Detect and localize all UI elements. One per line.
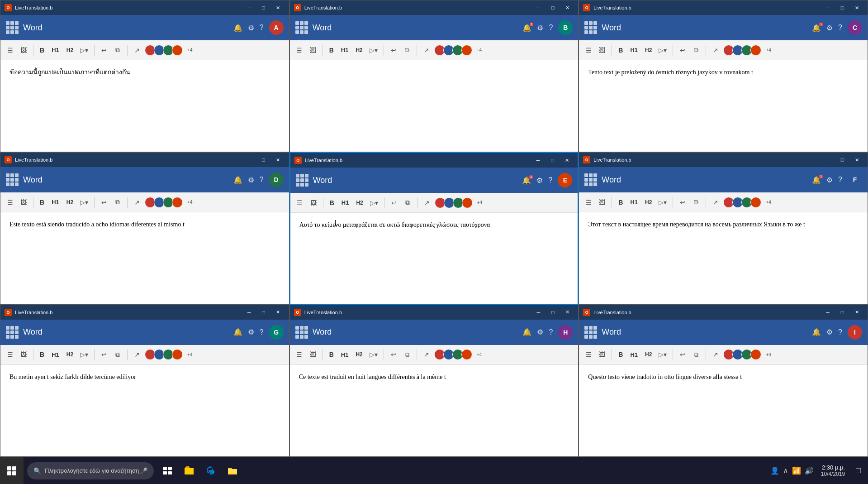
collab-count-1[interactable]: +4: [475, 47, 484, 53]
copy-btn-3[interactable]: ⧉: [112, 196, 123, 209]
close-btn-6[interactable]: ✕: [271, 305, 285, 320]
gear-icon-5[interactable]: ⚙: [826, 176, 833, 184]
apps-grid-icon-0[interactable]: [6, 21, 19, 34]
close-btn-4[interactable]: ✕: [560, 153, 574, 168]
help-icon-5[interactable]: ?: [838, 176, 842, 184]
list-icon-1[interactable]: ☰: [294, 43, 305, 57]
copy-btn-5[interactable]: ⧉: [690, 196, 702, 209]
start-button[interactable]: [0, 457, 24, 484]
apps-grid-icon-4[interactable]: [296, 174, 308, 187]
share-btn-0[interactable]: ↗: [131, 43, 143, 57]
close-btn-8[interactable]: ✕: [849, 305, 864, 320]
h2-btn-5[interactable]: H2: [642, 196, 655, 209]
help-icon-7[interactable]: ?: [549, 328, 553, 336]
person-connect-icon[interactable]: 👤: [770, 466, 779, 475]
minimize-btn-2[interactable]: ─: [821, 0, 835, 15]
collab-count-4[interactable]: +4: [475, 199, 484, 206]
taskbar-search-bar[interactable]: 🔍 Πληκτρολογήστε εδώ για αναζήτηση 🎤: [27, 462, 154, 479]
taskview-btn[interactable]: [157, 461, 177, 481]
collab-count-7[interactable]: +4: [475, 351, 484, 358]
doc-content-1[interactable]: [290, 60, 579, 152]
share-btn-5[interactable]: ↗: [710, 196, 721, 209]
close-btn-3[interactable]: ✕: [271, 153, 285, 167]
apps-grid-icon-7[interactable]: [295, 326, 308, 339]
collab-count-3[interactable]: +4: [185, 199, 194, 206]
doc-content-2[interactable]: Tento text je preložený do ósmich rôznyc…: [579, 60, 868, 152]
image-icon-3[interactable]: 🖼: [18, 196, 29, 209]
h1-btn-2[interactable]: H1: [627, 43, 640, 57]
list-icon-4[interactable]: ☰: [294, 196, 306, 210]
doc-content-4[interactable]: Αυτό το κείμενο μεταφράζεται σε οκτώ δια…: [290, 213, 578, 303]
avatar-header-2[interactable]: C: [848, 20, 862, 35]
bell-icon-6[interactable]: 🔔: [233, 328, 242, 336]
maximize-btn-2[interactable]: □: [835, 0, 849, 15]
doc-content-8[interactable]: Questo testo viene tradotto in otto ling…: [579, 365, 868, 456]
list-icon-0[interactable]: ☰: [4, 43, 16, 57]
h2-btn-3[interactable]: H2: [64, 196, 76, 209]
microphone-icon[interactable]: 🎤: [140, 467, 147, 474]
minimize-btn-8[interactable]: ─: [821, 305, 835, 320]
close-btn-1[interactable]: ✕: [560, 0, 574, 15]
bold-btn-0[interactable]: B: [37, 43, 47, 57]
copy-btn-4[interactable]: ⧉: [402, 196, 413, 210]
collab-count-6[interactable]: +4: [185, 351, 194, 358]
apps-grid-icon-5[interactable]: [584, 173, 597, 186]
gear-icon-7[interactable]: ⚙: [537, 328, 543, 336]
bold-btn-5[interactable]: B: [616, 196, 626, 209]
help-icon-1[interactable]: ?: [549, 24, 553, 32]
list-icon-7[interactable]: ☰: [294, 348, 305, 361]
edge-btn[interactable]: [201, 461, 221, 481]
gear-icon-0[interactable]: ⚙: [248, 24, 254, 32]
apps-grid-icon-3[interactable]: [6, 173, 19, 186]
bold-btn-3[interactable]: B: [37, 196, 47, 209]
close-btn-7[interactable]: ✕: [560, 305, 574, 320]
list-icon-2[interactable]: ☰: [583, 43, 594, 57]
bell-badge-4[interactable]: 🔔 1: [522, 176, 531, 185]
maximize-btn-3[interactable]: □: [256, 153, 271, 167]
help-icon-4[interactable]: ?: [548, 176, 552, 184]
share-btn-3[interactable]: ↗: [131, 196, 143, 209]
folder-btn[interactable]: [223, 461, 242, 481]
minimize-btn-1[interactable]: ─: [531, 0, 545, 15]
avatar-header-6[interactable]: G: [269, 325, 284, 340]
apps-grid-icon-6[interactable]: [6, 326, 19, 339]
maximize-btn-5[interactable]: □: [835, 153, 849, 167]
doc-content-0[interactable]: ข้อความนี้ถูกแปลเป็นแปดภาษาที่แตกต่างกัน: [0, 60, 289, 152]
bell-icon-7[interactable]: 🔔: [522, 328, 531, 336]
image-icon-6[interactable]: 🖼: [18, 348, 29, 361]
bell-icon-3[interactable]: 🔔: [233, 176, 242, 184]
h1-btn-3[interactable]: H1: [49, 196, 62, 209]
image-icon-2[interactable]: 🖼: [596, 43, 608, 57]
help-icon-3[interactable]: ?: [260, 176, 264, 184]
share-btn-8[interactable]: ↗: [710, 348, 721, 361]
explorer-btn[interactable]: [179, 461, 199, 481]
apps-grid-icon-2[interactable]: [584, 21, 597, 34]
bold-btn-6[interactable]: B: [37, 348, 47, 361]
copy-btn-8[interactable]: ⧉: [690, 348, 702, 361]
h2-btn-2[interactable]: H2: [642, 43, 655, 57]
bold-btn-1[interactable]: B: [327, 43, 337, 57]
bell-icon-8[interactable]: 🔔: [812, 328, 821, 336]
image-icon-5[interactable]: 🖼: [596, 196, 608, 209]
collab-count-2[interactable]: +4: [764, 47, 773, 53]
gear-icon-3[interactable]: ⚙: [248, 176, 254, 184]
h2-btn-0[interactable]: H2: [64, 43, 76, 57]
undo-btn-4[interactable]: ↩: [388, 196, 400, 210]
collab-count-5[interactable]: +4: [764, 199, 773, 206]
help-icon-8[interactable]: ?: [838, 328, 842, 336]
image-icon-8[interactable]: 🖼: [596, 348, 608, 361]
h1-btn-1[interactable]: H1: [338, 43, 351, 57]
bell-badge-1[interactable]: 🔔 1: [522, 24, 531, 32]
share-btn-6[interactable]: ↗: [131, 348, 143, 361]
list-icon-3[interactable]: ☰: [4, 196, 16, 209]
avatar-header-8[interactable]: I: [848, 325, 862, 340]
gear-icon-8[interactable]: ⚙: [826, 328, 833, 336]
h2-btn-7[interactable]: H2: [353, 348, 365, 361]
undo-btn-6[interactable]: ↩: [98, 348, 110, 361]
minimize-btn-3[interactable]: ─: [242, 153, 256, 167]
share-btn-4[interactable]: ↗: [421, 196, 433, 210]
help-icon-2[interactable]: ?: [838, 24, 842, 32]
undo-btn-5[interactable]: ↩: [677, 196, 688, 209]
maximize-btn-0[interactable]: □: [256, 0, 271, 15]
undo-btn-1[interactable]: ↩: [388, 43, 399, 57]
